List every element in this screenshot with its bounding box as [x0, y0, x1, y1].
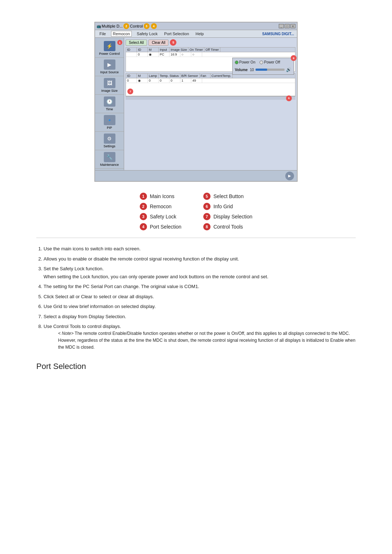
legend-item-2: 2 Remocon: [140, 203, 181, 210]
note-label: < Note>: [58, 331, 74, 336]
instruction-1: Use the main icons to switch into each s…: [44, 245, 356, 253]
bottom-nav-icon[interactable]: ▶: [285, 172, 294, 180]
cell-id1: [126, 52, 137, 57]
sidebar-item-input-source[interactable]: ▶ Input Source: [95, 58, 124, 76]
badge-3: 3: [144, 23, 150, 29]
note-box: < Note> The remote control Enable/Disabl…: [58, 330, 356, 351]
image-size-icon: 🖼: [104, 78, 115, 88]
badge-4: 4: [151, 23, 157, 29]
instruction-5: Click Select all or Clear to select or c…: [44, 293, 356, 300]
power-on-button[interactable]: Power On: [235, 60, 255, 64]
legend-badge-6: 6: [203, 203, 211, 210]
sidebar-item-maintenance[interactable]: 🔧 Maintenance: [95, 150, 124, 169]
legend-badge-1: 1: [140, 193, 147, 200]
lower-table-body: 7: [126, 83, 295, 96]
lower-cell-fan: 1: [180, 78, 191, 83]
menu-file[interactable]: File: [98, 31, 107, 36]
volume-fill: [256, 69, 267, 71]
sidebar-item-settings[interactable]: ⚙ Settings: [95, 132, 124, 150]
menu-remocon[interactable]: Remocon: [111, 31, 132, 37]
right-content: Select All Clear All 5 ID ID M Input Ima…: [124, 38, 297, 170]
instruction-5-text: Click Select all or Clear to select or c…: [44, 294, 154, 299]
volume-row: Volume 10 🔊: [235, 67, 291, 72]
legend-label-1: Main Icons: [150, 193, 175, 199]
instructions-list: Use the main icons to switch into each s…: [36, 245, 356, 351]
table-upper-header: ID ID M Input Image Size On Timer Off Ti…: [126, 48, 295, 52]
sidebar-label-5: PIP: [107, 126, 112, 130]
input-source-icon: ▶: [104, 59, 115, 70]
cell-input: PC: [159, 52, 170, 57]
legend-badge-7: 7: [203, 213, 211, 220]
legend-label-2: Remocon: [150, 204, 172, 209]
sidebar-item-image-size[interactable]: 🖼 Image Size: [95, 76, 124, 95]
menu-bar: File Remocon Safety Lock Port Selection …: [95, 30, 297, 38]
badge-2: 2: [123, 23, 129, 29]
legend-badge-2: 2: [140, 203, 147, 210]
legend-badge-8: 8: [203, 223, 211, 230]
legend-badge-5: 5: [203, 193, 211, 200]
menu-safety-lock[interactable]: Safety Lock: [135, 31, 159, 36]
sidebar-label-1: Power Control: [99, 52, 120, 56]
clear-all-button[interactable]: Clear All: [148, 40, 168, 46]
control-panel: Power On Power Off Volume 10 🔊: [232, 58, 294, 75]
sidebar: ⚡ Power Control 1 ▶ Input Source 🖼 Image…: [95, 38, 124, 170]
power-control-icon: ⚡: [104, 41, 115, 51]
scroll-area[interactable]: 6: [126, 96, 295, 100]
legend-badge-3: 3: [140, 213, 147, 220]
sidebar-label-7: Maintenance: [100, 163, 119, 167]
legend-label-3: Safety Lock: [150, 214, 176, 219]
close-button[interactable]: X: [290, 24, 295, 28]
toolbar: Select All Clear All 5: [126, 39, 295, 46]
select-all-button[interactable]: Select All: [126, 40, 147, 46]
badge-7: 7: [127, 89, 133, 94]
title-bar: 📺 Multiple D... 2 Control 3 4 _ □ X: [95, 22, 297, 30]
legend-item-3: 3 Safety Lock: [140, 213, 181, 220]
col-id2: ID: [137, 48, 148, 52]
instruction-4-text: The setting for the PC Serial Port can c…: [44, 284, 199, 289]
minimize-button[interactable]: _: [279, 24, 284, 28]
menu-port-selection[interactable]: Port Selection: [163, 31, 190, 36]
cell-off-timer: ○: [191, 52, 202, 57]
cell-image-size: 16:9: [170, 52, 180, 57]
lower-cell-current-temp: 49: [191, 78, 202, 83]
sidebar-item-time[interactable]: 🕐 Time: [95, 95, 124, 113]
instruction-4: The setting for the PC Serial Port can c…: [44, 283, 356, 290]
speaker-icon: 🔊: [286, 67, 291, 72]
lower-col-bvr-sensor: B/R Sensor: [180, 74, 200, 78]
maximize-button[interactable]: □: [285, 24, 290, 28]
window-controls: _ □ X: [279, 24, 295, 28]
cell-on-timer: ○: [180, 52, 191, 57]
lower-col-lamp: Lamp: [148, 74, 159, 78]
sidebar-item-pip[interactable]: 🔹 PIP: [95, 113, 124, 132]
legend-right-col: 5 Select Button 6 Info Grid 7 Display Se…: [203, 193, 252, 230]
lower-cell-lamp: 0: [148, 78, 159, 83]
col-off-timer: Off Timer: [204, 48, 220, 52]
instruction-7: Select a display from Display Selection.: [44, 313, 356, 320]
main-area: ⚡ Power Control 1 ▶ Input Source 🖼 Image…: [95, 38, 297, 170]
menu-help[interactable]: Help: [194, 31, 205, 36]
badge-8: 8: [291, 55, 297, 61]
volume-slider[interactable]: [256, 69, 285, 71]
cell-m: ◉: [148, 52, 159, 57]
legend-label-8: Control Tools: [213, 224, 243, 230]
samsung-logo: SAMSUNG DIGIT...: [262, 32, 294, 36]
instruction-6: Use Grid to view brief information on se…: [44, 303, 356, 310]
power-off-radio: [260, 61, 263, 64]
sidebar-item-power-control[interactable]: ⚡ Power Control 1: [95, 39, 124, 58]
legend-item-5: 5 Select Button: [203, 193, 252, 200]
legend-item-1: 1 Main Icons: [140, 193, 181, 200]
volume-value: 10: [250, 68, 254, 72]
sidebar-label-6: Settings: [103, 144, 115, 148]
power-off-button[interactable]: Power Off: [260, 60, 280, 64]
settings-icon: ⚙: [104, 134, 115, 144]
legend-label-4: Port Selection: [150, 224, 181, 230]
time-icon: 🕐: [104, 97, 115, 107]
instruction-3: Set the Safety Lock function. When setti…: [44, 265, 356, 280]
legend-section: 1 Main Icons 2 Remocon 3 Safety Lock 4 P…: [36, 193, 356, 230]
power-on-label: Power On: [239, 60, 255, 64]
legend-label-6: Info Grid: [213, 204, 233, 209]
instruction-8: Use Control Tools to control displays. <…: [44, 323, 356, 351]
instruction-2-text: Allows you to enable or disable the remo…: [44, 256, 239, 262]
col-id1: ID: [126, 48, 137, 52]
cell-id2: 0: [137, 52, 148, 57]
